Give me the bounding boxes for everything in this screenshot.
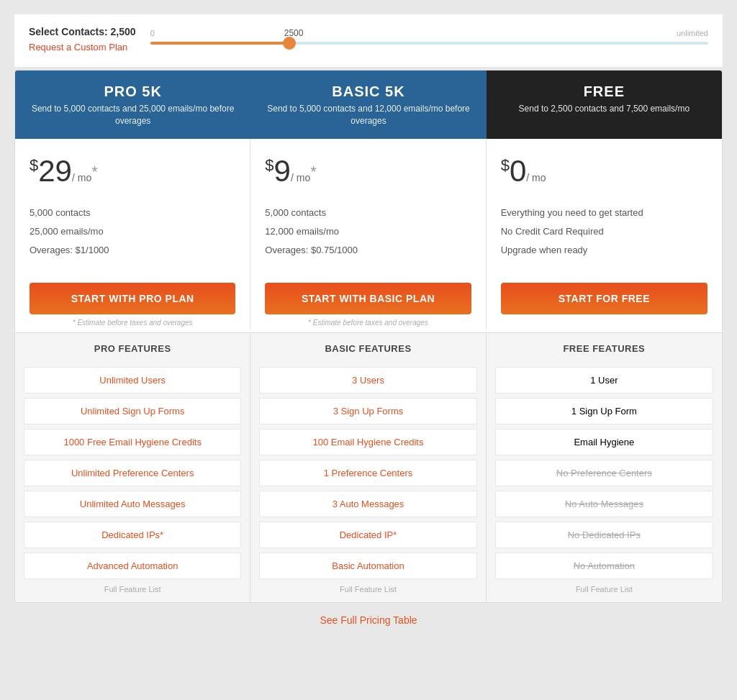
feature-free-0: 1 User — [495, 367, 713, 394]
plan-header-free: FREE Send to 2,500 contacts and 7,500 em… — [487, 71, 722, 139]
features-col-free: 1 User 1 Sign Up Form Email Hygiene No P… — [487, 361, 722, 602]
period-free: / mo — [526, 172, 546, 183]
plan-desc-pro: Send to 5,000 contacts and 25,000 emails… — [27, 103, 239, 127]
features-header-free: FREE FEATURES — [487, 333, 722, 361]
estimate-basic: * Estimate before taxes and overages — [265, 319, 471, 327]
price-basic: $9/ mo* — [265, 156, 471, 186]
request-custom-plan-link[interactable]: Request a Custom Plan — [29, 42, 136, 53]
details-free: Everything you need to get started No Cr… — [487, 198, 722, 278]
feature-free-5: No Dedicated IPs — [495, 522, 713, 548]
features-header-basic: BASIC FEATURES — [250, 333, 486, 361]
features-body: Unlimited Users Unlimited Sign Up Forms … — [15, 361, 722, 602]
features-col-pro: Unlimited Users Unlimited Sign Up Forms … — [15, 361, 250, 602]
feature-pro-5: Dedicated IPs* — [24, 522, 241, 548]
slider-fill — [150, 42, 290, 45]
full-feature-pro-link[interactable]: Full Feature List — [24, 585, 241, 594]
feature-basic-0: 3 Users — [259, 367, 476, 394]
feature-free-4: No Auto Messages — [495, 491, 713, 517]
price-cell-basic: $9/ mo* — [250, 139, 486, 198]
feature-basic-2: 100 Email Hygiene Credits — [259, 429, 476, 455]
plans-details: 5,000 contacts 25,000 emails/mo Overages… — [15, 198, 722, 278]
feature-free-3: No Preference Centers — [495, 460, 713, 486]
button-cell-pro: START WITH PRO PLAN * Estimate before ta… — [15, 277, 250, 329]
detail-pro-1: 25,000 emails/mo — [30, 225, 235, 238]
page-wrapper: Select Contacts: 2,500 Request a Custom … — [14, 14, 723, 637]
detail-pro-2: Overages: $1/1000 — [30, 244, 235, 257]
plan-name-free: FREE — [498, 83, 710, 100]
price-cell-pro: $29/ mo* — [15, 139, 250, 198]
price-pro: $29/ mo* — [30, 156, 235, 186]
plans-header: PRO 5K Send to 5,000 contacts and 25,000… — [15, 71, 722, 139]
plans-buttons: START WITH PRO PLAN * Estimate before ta… — [15, 277, 722, 332]
feature-pro-0: Unlimited Users — [24, 367, 241, 394]
plan-name-pro: PRO 5K — [27, 83, 239, 100]
estimate-pro: * Estimate before taxes and overages — [30, 319, 235, 327]
plan-desc-basic: Send to 5,000 contacts and 12,000 emails… — [262, 103, 474, 127]
feature-pro-2: 1000 Free Email Hygiene Credits — [24, 429, 241, 455]
see-full-pricing-link[interactable]: See Full Pricing Table — [14, 603, 723, 637]
full-feature-free-link[interactable]: Full Feature List — [495, 585, 713, 594]
feature-basic-1: 3 Sign Up Forms — [259, 398, 476, 424]
slider-track[interactable] — [150, 42, 708, 45]
detail-free-1: No Credit Card Required — [501, 225, 707, 238]
detail-basic-2: Overages: $0.75/1000 — [265, 244, 471, 257]
slider-thumb[interactable] — [283, 37, 296, 50]
plan-header-basic: BASIC 5K Send to 5,000 contacts and 12,0… — [250, 71, 486, 139]
plan-desc-free: Send to 2,500 contacts and 7,500 emails/… — [498, 103, 710, 115]
slider-section: Select Contacts: 2,500 Request a Custom … — [14, 14, 723, 67]
button-cell-basic: START WITH BASIC PLAN * Estimate before … — [250, 277, 486, 329]
feature-free-6: No Automation — [495, 553, 713, 579]
feature-basic-4: 3 Auto Messages — [259, 491, 476, 517]
slider-max-label: unlimited — [677, 29, 708, 37]
price-free: $0/ mo — [501, 156, 707, 186]
feature-basic-5: Dedicated IP* — [259, 522, 476, 548]
feature-pro-3: Unlimited Preference Centers — [24, 460, 241, 486]
detail-free-0: Everything you need to get started — [501, 206, 707, 219]
period-basic: / mo* — [291, 172, 317, 183]
price-cell-free: $0/ mo — [487, 139, 722, 198]
button-cell-free: START FOR FREE — [487, 277, 722, 329]
features-header-row: PRO FEATURES BASIC FEATURES FREE FEATURE… — [15, 332, 722, 361]
plan-name-basic: BASIC 5K — [262, 83, 474, 100]
detail-basic-1: 12,000 emails/mo — [265, 225, 471, 238]
plans-price: $29/ mo* $9/ mo* $0/ mo — [15, 139, 722, 198]
feature-basic-3: 1 Preference Centers — [259, 460, 476, 486]
feature-basic-6: Basic Automation — [259, 553, 476, 579]
detail-basic-0: 5,000 contacts — [265, 206, 471, 219]
features-col-basic: 3 Users 3 Sign Up Forms 100 Email Hygien… — [250, 361, 486, 602]
cta-free-button[interactable]: START FOR FREE — [501, 283, 707, 314]
feature-pro-6: Advanced Automation — [24, 553, 241, 579]
detail-pro-0: 5,000 contacts — [30, 206, 235, 219]
full-feature-basic-link[interactable]: Full Feature List — [259, 585, 476, 594]
features-header-pro: PRO FEATURES — [15, 333, 250, 361]
details-pro: 5,000 contacts 25,000 emails/mo Overages… — [15, 198, 250, 278]
details-basic: 5,000 contacts 12,000 emails/mo Overages… — [250, 198, 486, 278]
pricing-card: PRO 5K Send to 5,000 contacts and 25,000… — [14, 70, 723, 603]
cta-pro-button[interactable]: START WITH PRO PLAN — [30, 283, 235, 314]
feature-free-1: 1 Sign Up Form — [495, 398, 713, 424]
plan-header-pro: PRO 5K Send to 5,000 contacts and 25,000… — [15, 71, 250, 139]
period-pro: / mo* — [72, 172, 98, 183]
feature-pro-1: Unlimited Sign Up Forms — [24, 398, 241, 424]
feature-pro-4: Unlimited Auto Messages — [24, 491, 241, 517]
cta-basic-button[interactable]: START WITH BASIC PLAN — [265, 283, 471, 314]
slider-label: Select Contacts: 2,500 — [29, 26, 136, 37]
feature-free-2: Email Hygiene — [495, 429, 713, 455]
detail-free-2: Upgrade when ready — [501, 244, 707, 257]
slider-min-label: 0 — [150, 29, 155, 37]
